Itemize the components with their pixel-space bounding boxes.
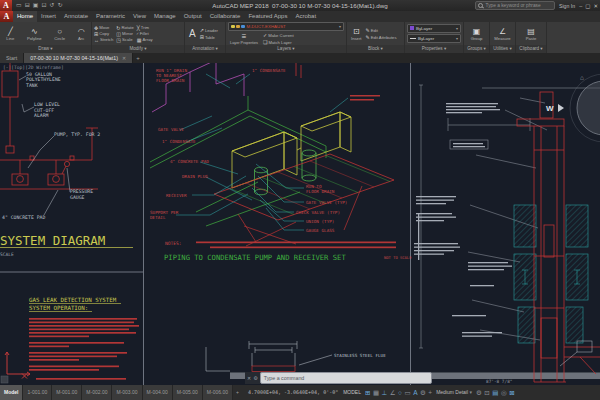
undo-icon[interactable]: ↺ [49,0,54,11]
table-tool[interactable]: ⊞Table [200,34,218,40]
arc-tool[interactable]: ◠Arc [76,27,87,41]
layer-select-combo[interactable]: M-DUCT-EXHAUST ▾ [228,22,344,31]
make-current-tool[interactable]: ✓Make Current [263,32,294,38]
tab-collaborate[interactable]: Collaborate [206,11,245,22]
tab-parametric[interactable]: Parametric [92,11,129,22]
panel-label-layers[interactable]: Layers [226,45,346,53]
table-icon: ⊞ [200,34,204,40]
open-file-icon[interactable]: ⊟ [25,0,30,11]
layout-tab-3[interactable]: M-002.00 [82,385,112,400]
color-bylayer-combo[interactable]: ByLayer▾ [407,24,461,33]
redo-icon[interactable]: ↻ [57,0,62,11]
panel-label-utilities[interactable]: Utilities [490,45,515,53]
hardware-acceleration-icon[interactable]: ▤ [492,385,498,400]
viewport-control-label[interactable]: [-][Top][2D Wireframe] [3,65,64,70]
measure-tool[interactable]: ∠Measure [492,27,512,41]
line-tool[interactable]: ╱Line [4,27,16,41]
leader-tool[interactable]: ↗Leader [200,27,218,33]
customize-command-icon[interactable]: ⚙ [253,375,257,381]
layout-tab-1[interactable]: 1-001.00 [23,385,52,400]
layer-freeze-icon[interactable] [236,25,240,29]
viewcube-west-arrow-icon[interactable] [558,104,564,112]
panel-label-properties[interactable]: Properties [405,45,463,53]
layer-lock-icon[interactable] [241,25,245,29]
panel-label-annotation[interactable]: Annotation [185,45,225,53]
group-tool[interactable]: ▣Group [469,27,485,41]
workspace-switching-icon[interactable]: ⚙ [476,385,482,400]
tab-acrobat[interactable]: Acrobat [291,11,320,22]
cad-canvas[interactable]: [-][Top][2D Wireframe] [0,63,600,385]
layout-tab-4[interactable]: M-003.00 [112,385,142,400]
layout-tab-7[interactable]: M-006.00 [203,385,233,400]
polar-tracking-icon[interactable]: ∠ [390,385,396,400]
command-input[interactable]: Type a command [260,372,432,384]
snap-mode-icon[interactable]: ▦ [373,385,379,400]
autoscale-icon[interactable]: ⚙ [420,385,426,400]
close-command-icon[interactable]: ✕ [247,375,251,381]
layer-properties-tool[interactable]: ≡ Layer Properties [228,32,260,45]
detail-level-dropdown[interactable]: Medium Detail [436,385,472,400]
grid-display-icon[interactable]: ⊞ [365,385,370,400]
text-tool[interactable]: A [187,29,198,38]
new-drawing-tab-button[interactable]: + [133,53,143,63]
minimize-button[interactable]: – [579,3,582,9]
viewcube-west-label[interactable]: W [546,104,554,113]
tab-view[interactable]: View [129,11,150,22]
panel-label-modify[interactable]: Modify [92,45,184,53]
tab-home[interactable]: Home [13,11,37,22]
linetype-bylayer-combo[interactable]: ByLayer▾ [407,34,461,43]
isolate-objects-icon[interactable]: ◎ [501,385,507,400]
annotation-visibility-icon[interactable]: A [413,385,417,400]
panel-label-clipboard[interactable]: Clipboard [516,45,546,53]
gas-leak-heading-2: SYSTEM OPERATION: [29,305,88,311]
help-search-input[interactable]: Type a keyword or phrase [475,1,555,10]
paste-tool[interactable]: ▤Paste [524,27,539,41]
close-button[interactable]: ✕ [593,3,598,9]
insert-block-tool[interactable]: ⊡Insert [349,27,363,41]
restore-button[interactable]: ▢ [585,3,590,9]
panel-label-block[interactable]: Block [347,45,404,53]
model-paper-toggle[interactable]: MODEL [343,385,361,400]
object-snap-icon[interactable]: ○ [398,385,402,400]
home-icon[interactable]: ⌂ [580,74,584,81]
polyline-tool[interactable]: ∿Polyline [25,27,44,41]
new-file-icon[interactable]: ▭ [16,0,22,11]
layer-on-icon[interactable] [231,25,235,29]
layout-tab-6[interactable]: M-005.00 [173,385,203,400]
system-diagram-title: SYSTEM DIAGRAM [0,233,105,248]
model-space-tab[interactable]: Model [0,385,23,400]
annotation-scale-icon[interactable]: + [428,385,432,400]
close-file-icon[interactable]: ✕ [122,55,126,61]
layout-tab-2[interactable]: M-001.00 [52,385,82,400]
stretch-tool[interactable]: ↔Stretch [94,37,113,43]
tab-annotate[interactable]: Annotate [60,11,92,22]
drawing-file-tab[interactable]: 07-00-30 10 M-07-30 04-15-16(Mat1)✕ [24,53,133,63]
plot-icon[interactable]: ⊡ [41,0,46,11]
edit-block-tool[interactable]: ✎Edit [365,27,396,33]
ucs-icon[interactable] [5,352,30,379]
tab-output[interactable]: Output [180,11,206,22]
ortho-mode-icon[interactable]: ⊥ [382,385,388,400]
save-icon[interactable]: ▣ [33,0,39,11]
panel-label-groups[interactable]: Groups [464,45,489,53]
tab-manage[interactable]: Manage [150,11,180,22]
signin-button[interactable]: Sign In [559,3,575,9]
clean-screen-icon[interactable]: ⊠ [509,385,514,400]
start-tab[interactable]: Start [0,53,24,63]
array-tool[interactable]: ▦Array [137,37,153,43]
panel-label-draw[interactable]: Draw [0,45,91,53]
layout-tab-5[interactable]: M-004.00 [143,385,173,400]
tab-featured-apps[interactable]: Featured Apps [244,11,291,22]
viewcube[interactable]: W ⌂ [546,74,600,142]
scale-icon: ◳ [116,37,121,43]
autocad-logo-icon[interactable]: A [0,0,12,11]
annotation-monitor-icon[interactable]: ⊡ [484,385,489,400]
scale-tool[interactable]: ◳Scale [116,37,134,43]
circle-tool[interactable]: ○Circle [52,27,67,41]
new-layout-button[interactable]: + [233,385,242,400]
edit-attributes-tool[interactable]: ✎Edit Attributes [365,34,396,40]
command-line[interactable]: ✕ ⚙ Type a command [245,372,432,384]
tab-insert[interactable]: Insert [37,11,60,22]
application-button[interactable]: A [0,11,13,22]
lineweight-icon[interactable]: ▭ [405,385,411,400]
